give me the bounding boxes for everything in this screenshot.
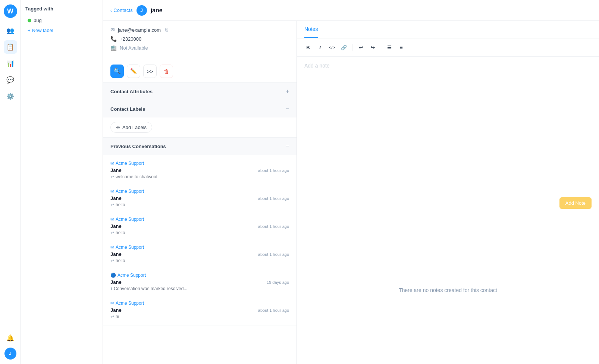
preview-icon: ↩	[110, 314, 114, 319]
notes-tabs: Notes	[297, 21, 599, 38]
contact-attributes-header[interactable]: Contact Attributes +	[103, 83, 297, 100]
sidebar-title: Tagged with	[25, 6, 98, 12]
conv-source: ✉ Acme Support	[110, 245, 289, 250]
conv-row: Jane about 1 hour ago	[110, 223, 289, 229]
contact-labels-title: Contact Labels	[110, 106, 145, 112]
conv-time: about 1 hour ago	[258, 252, 289, 257]
user-avatar[interactable]: J	[4, 348, 16, 360]
conv-source-name: Acme Support	[116, 301, 144, 306]
nav-reports[interactable]: 📊	[4, 57, 17, 70]
conv-preview: ↩ hello	[110, 258, 289, 263]
email-row: ✉ jane@example.com ⎘	[110, 27, 289, 33]
note-empty-state: There are no notes created for this cont…	[297, 216, 599, 364]
conv-source-icon: ✉	[110, 217, 114, 222]
phone-row: 📞 +2320000	[110, 36, 289, 42]
preview-text: welcome to chatwoot	[116, 174, 157, 179]
conv-name: Jane	[110, 279, 122, 285]
toolbar-link[interactable]: 🔗	[339, 42, 349, 53]
contact-labels-header[interactable]: Contact Labels −	[103, 100, 297, 117]
toolbar-list-unordered[interactable]: ☰	[384, 42, 395, 53]
previous-conversations-header[interactable]: Previous Conversations −	[103, 138, 297, 155]
preview-text: hello	[116, 202, 125, 207]
conv-source-name: Acme Support	[116, 161, 144, 166]
contact-attributes-section: Contact Attributes +	[103, 83, 297, 100]
conv-source-icon: 🔵	[110, 273, 116, 278]
contact-info: ✉ jane@example.com ⎘ 📞 +2320000 🏢 Not Av…	[103, 21, 297, 60]
preview-text: hello	[116, 258, 125, 263]
note-placeholder: Add a note	[304, 63, 592, 69]
nav-contacts-active[interactable]: 📋	[4, 40, 17, 54]
contact-avatar: J	[137, 5, 147, 16]
nav-conversations[interactable]: 💬	[4, 73, 17, 87]
contact-labels-section: Contact Labels − ⊕ Add Labels	[103, 100, 297, 138]
conversation-item[interactable]: ✉ Acme Support Jane about 1 hour ago ↩ h…	[103, 184, 297, 212]
back-chevron: ‹	[110, 7, 112, 13]
nav-contacts[interactable]: 👥	[4, 24, 17, 37]
toolbar-code[interactable]: </>	[327, 42, 337, 53]
conv-preview: ↩ welcome to chatwoot	[110, 174, 289, 179]
conversation-item[interactable]: ✉ Acme Support Jane about 1 hour ago ↩ h…	[103, 296, 297, 324]
conversation-item[interactable]: ✉ Acme Support Jane about 1 hour ago ↩ h…	[103, 212, 297, 240]
forward-button[interactable]: >>	[143, 65, 157, 78]
label-bug[interactable]: bug	[25, 16, 98, 25]
preview-icon: ↩	[110, 258, 114, 263]
add-labels-text: Add Labels	[122, 125, 147, 130]
submit-note-button[interactable]: Add Note	[559, 197, 592, 209]
toolbar-italic[interactable]: I	[315, 42, 325, 53]
conv-time: about 1 hour ago	[258, 168, 289, 173]
conv-name: Jane	[110, 195, 122, 201]
breadcrumb-back[interactable]: ‹ Contacts	[110, 7, 133, 13]
copy-email-icon[interactable]: ⎘	[165, 27, 168, 32]
toolbar-undo[interactable]: ↩	[355, 42, 366, 53]
toolbar-redo[interactable]: ↪	[367, 42, 378, 53]
conv-preview: ↩ hello	[110, 230, 289, 235]
conversation-item[interactable]: 🔵 Acme Support Jane 19 days ago ℹ Conver…	[103, 268, 297, 296]
contact-attributes-title: Contact Attributes	[110, 89, 153, 94]
add-labels-area: ⊕ Add Labels	[103, 117, 297, 137]
conv-row: Jane about 1 hour ago	[110, 307, 289, 313]
conv-source-icon: ✉	[110, 189, 114, 194]
new-label-plus: +	[28, 28, 31, 33]
conv-source-icon: ✉	[110, 245, 114, 250]
conversation-item[interactable]: ✉ Acme Support Jane about 1 hour ago ↩ w…	[103, 156, 297, 184]
toolbar-divider-2	[381, 44, 381, 51]
toolbar-bold[interactable]: B	[303, 42, 313, 53]
preview-icon: ↩	[110, 202, 114, 207]
app-logo: W	[4, 4, 17, 18]
edit-contact-button[interactable]: ✏️	[127, 65, 140, 78]
conv-source-name: Acme Support	[116, 189, 144, 194]
conversation-list: ✉ Acme Support Jane about 1 hour ago ↩ w…	[103, 155, 297, 326]
preview-icon: ↩	[110, 230, 114, 235]
label-color-dot	[28, 19, 31, 22]
availability-icon: 🏢	[110, 45, 117, 51]
conv-source-icon: ✉	[110, 301, 114, 306]
search-contact-button[interactable]: 🔍	[110, 65, 124, 78]
conv-name: Jane	[110, 223, 122, 229]
new-label-text: New label	[32, 28, 53, 33]
label-name: bug	[34, 18, 42, 23]
conv-source-name: Acme Support	[116, 245, 144, 250]
conv-time: about 1 hour ago	[258, 308, 289, 313]
email-value: jane@example.com	[118, 27, 161, 33]
conv-source-icon: ✉	[110, 161, 114, 166]
conv-preview: ↩ hello	[110, 202, 289, 207]
toolbar-list-ordered[interactable]: ≡	[396, 42, 407, 53]
delete-contact-button[interactable]: 🗑	[160, 65, 173, 78]
preview-text: hi	[116, 314, 119, 319]
tab-notes[interactable]: Notes	[304, 21, 318, 38]
add-labels-button[interactable]: ⊕ Add Labels	[110, 122, 152, 133]
new-label-button[interactable]: + New label	[25, 26, 98, 35]
conv-time: about 1 hour ago	[258, 196, 289, 201]
nav-settings[interactable]: ⚙️	[4, 90, 17, 103]
contact-attributes-toggle: +	[286, 88, 289, 95]
previous-conversations-toggle: −	[286, 143, 289, 150]
conv-row: Jane about 1 hour ago	[110, 251, 289, 257]
conversation-item[interactable]: ✉ Acme Support Jane about 1 hour ago ↩ h…	[103, 240, 297, 268]
note-editor[interactable]: Add a note Add Note	[297, 57, 599, 216]
nav-notifications[interactable]: 🔔	[4, 331, 17, 345]
conv-time: about 1 hour ago	[258, 224, 289, 229]
phone-icon: 📞	[110, 36, 117, 42]
conv-time: 19 days ago	[267, 280, 289, 285]
preview-icon: ℹ	[110, 286, 112, 291]
conv-source: 🔵 Acme Support	[110, 273, 289, 278]
